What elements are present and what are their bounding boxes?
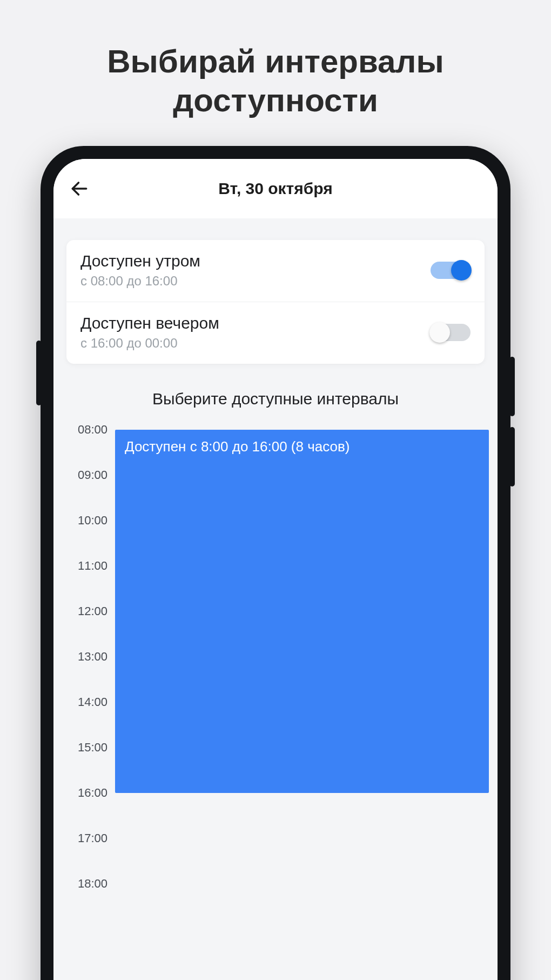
schedule-body[interactable]: 08:0009:0010:0011:0012:0013:0014:0015:00… bbox=[112, 424, 489, 943]
back-button[interactable] bbox=[68, 177, 91, 201]
phone-side-button-right-1 bbox=[509, 357, 515, 416]
section-heading: Выберите доступные интервалы bbox=[53, 390, 498, 408]
hour-label: 16:00 bbox=[66, 786, 107, 800]
toggle-sub-morning: с 08:00 до 16:00 bbox=[80, 274, 200, 289]
toggle-sub-evening: с 16:00 до 00:00 bbox=[80, 336, 219, 351]
promo-line-2: доступности bbox=[0, 81, 551, 120]
phone-frame: Вт, 30 октября Доступен утром с 08:00 до… bbox=[41, 146, 510, 980]
hour-label: 13:00 bbox=[66, 650, 107, 664]
availability-interval-block[interactable]: Доступен с 8:00 до 16:00 (8 часов) bbox=[115, 430, 489, 793]
hour-label: 09:00 bbox=[66, 468, 107, 482]
schedule: 08:0009:0010:0011:0012:0013:0014:0015:00… bbox=[53, 424, 498, 943]
toggle-switch-evening[interactable] bbox=[431, 324, 471, 341]
hour-label: 08:00 bbox=[66, 423, 107, 437]
availability-toggle-card: Доступен утром с 08:00 до 16:00 Доступен… bbox=[66, 240, 485, 364]
toggle-switch-morning[interactable] bbox=[431, 262, 471, 279]
toggle-title-evening: Доступен вечером bbox=[80, 314, 219, 332]
hour-label: 10:00 bbox=[66, 514, 107, 528]
header-title: Вт, 30 октября bbox=[53, 179, 498, 198]
hour-label: 18:00 bbox=[66, 877, 107, 891]
toggle-text-morning: Доступен утром с 08:00 до 16:00 bbox=[80, 252, 200, 289]
toggle-title-morning: Доступен утром bbox=[80, 252, 200, 270]
hour-label: 11:00 bbox=[66, 559, 107, 573]
hour-label: 15:00 bbox=[66, 741, 107, 755]
toggle-text-evening: Доступен вечером с 16:00 до 00:00 bbox=[80, 314, 219, 351]
app-header: Вт, 30 октября bbox=[53, 159, 498, 218]
phone-mockup: Вт, 30 октября Доступен утром с 08:00 до… bbox=[41, 146, 510, 980]
hour-label: 17:00 bbox=[66, 831, 107, 845]
toggle-row-evening: Доступен вечером с 16:00 до 00:00 bbox=[66, 302, 485, 364]
phone-screen: Вт, 30 октября Доступен утром с 08:00 до… bbox=[53, 159, 498, 980]
arrow-left-icon bbox=[69, 178, 90, 199]
phone-side-button-left bbox=[36, 341, 42, 405]
hour-label: 14:00 bbox=[66, 695, 107, 709]
hour-label: 12:00 bbox=[66, 604, 107, 618]
toggle-row-morning: Доступен утром с 08:00 до 16:00 bbox=[66, 240, 485, 302]
promo-heading: Выбирай интервалы доступности bbox=[0, 0, 551, 120]
phone-side-button-right-2 bbox=[509, 427, 515, 486]
promo-line-1: Выбирай интервалы bbox=[0, 42, 551, 81]
